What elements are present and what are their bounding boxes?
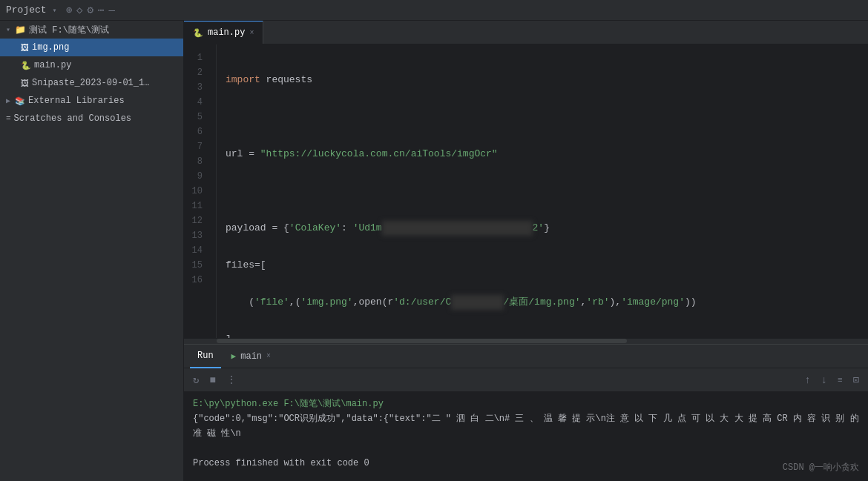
more-options-button[interactable]: ⋮ xyxy=(223,372,240,388)
sidebar-item-label: main.py xyxy=(34,60,71,70)
line-num-13: 13 xyxy=(184,228,208,243)
output-line-exec: E:\py\python.exe F:\随笔\测试\main.py xyxy=(193,397,859,411)
wrap-button[interactable]: ≡ xyxy=(835,374,846,386)
line-num-14: 14 xyxy=(184,243,208,258)
line-num-5: 5 xyxy=(184,110,208,125)
line-num-3: 3 xyxy=(184,80,208,95)
main-layout: ▾ 📁 测试 F:\随笔\测试 🖼 img.png 🐍 main.py 🖼 Sn… xyxy=(0,21,868,481)
panel-output: E:\py\python.exe F:\随笔\测试\main.py {"code… xyxy=(184,392,868,475)
panel-tab-close-button[interactable]: × xyxy=(266,352,271,360)
code-line-5: payload = {'ColaKey': 'Ud1m_____________… xyxy=(226,221,859,236)
sidebar-item-snipaste[interactable]: 🖼 Snipaste_2023-09-01_1… xyxy=(0,74,183,92)
stop-button[interactable]: ■ xyxy=(206,373,218,388)
output-line-process: Process finished with exit code 0 xyxy=(193,456,859,471)
title-bar: Project ▾ ⊕ ◇ ⚙ ⋯ — xyxy=(0,0,868,21)
line-num-12: 12 xyxy=(184,213,208,228)
project-label[interactable]: Project xyxy=(6,4,47,16)
line-num-6: 6 xyxy=(184,125,208,139)
sidebar-item-main-py[interactable]: 🐍 main.py xyxy=(0,56,183,74)
scroll-down-button[interactable]: ↓ xyxy=(818,373,830,388)
sidebar-item-root-folder[interactable]: ▾ 📁 测试 F:\随笔\测试 xyxy=(0,21,183,39)
sidebar-item-label: External Libraries xyxy=(28,96,125,106)
tab-label: main.py xyxy=(208,27,245,38)
line-num-8: 8 xyxy=(184,154,208,169)
line-num-7: 7 xyxy=(184,139,208,154)
line-num-10: 10 xyxy=(184,184,208,199)
code-line-7: ('file',('img.png',open(r'd:/user/C_____… xyxy=(226,295,859,310)
code-line-1: import requests xyxy=(226,73,859,87)
output-line-empty xyxy=(193,441,859,456)
run-icon: ▶ xyxy=(231,351,237,361)
panel-output-wrap: E:\py\python.exe F:\随笔\测试\main.py {"code… xyxy=(184,392,868,481)
line-num-11: 11 xyxy=(184,199,208,213)
main-tab-label: main xyxy=(240,351,262,362)
run-tab-label: Run xyxy=(197,351,214,361)
tab-bar: 🐍 main.py × xyxy=(184,21,868,44)
line-num-1: 1 xyxy=(184,50,208,65)
sidebar-item-label: Snipaste_2023-09-01_1… xyxy=(32,78,149,88)
panel-toolbar: ↻ ■ ⋮ ↑ ↓ ≡ ⊡ xyxy=(184,368,868,392)
python-tab-icon: 🐍 xyxy=(193,28,203,38)
python-file-icon: 🐍 xyxy=(21,61,31,70)
sidebar: ▾ 📁 测试 F:\随笔\测试 🖼 img.png 🐍 main.py 🖼 Sn… xyxy=(0,21,184,481)
project-chevron[interactable]: ▾ xyxy=(53,6,57,15)
horizontal-scrollbar[interactable] xyxy=(184,338,868,344)
panel-tabs: Run ▶ main × xyxy=(184,345,868,368)
folder-icon: 📁 xyxy=(15,24,26,36)
code-line-2 xyxy=(226,110,859,125)
new-file-icon[interactable]: ⊕ xyxy=(66,4,72,16)
minimize-icon[interactable]: — xyxy=(108,4,114,16)
tab-close-button[interactable]: × xyxy=(249,29,254,37)
sidebar-item-external-libraries[interactable]: ▶ 📚 External Libraries xyxy=(0,92,183,110)
sidebar-item-label: Scratches and Consoles xyxy=(14,113,131,124)
gear-icon[interactable]: ⚙ xyxy=(88,4,93,16)
watermark: CSDN @一响小贪欢 xyxy=(783,461,859,474)
tab-main-py[interactable]: 🐍 main.py × xyxy=(184,21,263,44)
scroll-up-button[interactable]: ↑ xyxy=(801,373,813,388)
clear-button[interactable]: ⊡ xyxy=(850,372,862,388)
line-num-2: 2 xyxy=(184,65,208,80)
more-icon[interactable]: ⋯ xyxy=(98,4,104,16)
chevron-down-icon: ▾ xyxy=(6,25,10,34)
image-file-icon2: 🖼 xyxy=(21,79,29,88)
line-num-15: 15 xyxy=(184,258,208,273)
tab-run[interactable]: Run xyxy=(190,345,221,368)
image-file-icon: 🖼 xyxy=(21,43,29,53)
code-editor[interactable]: 1 2 3 4 5 6 7 8 9 10 11 12 13 14 15 16 xyxy=(184,44,868,338)
code-line-3: url = "https://luckycola.com.cn/aiTools/… xyxy=(226,147,859,162)
line-num-9: 9 xyxy=(184,169,208,184)
code-line-4 xyxy=(226,184,859,199)
code-content[interactable]: import requests url = "https://luckycola… xyxy=(217,44,868,338)
library-icon: 📚 xyxy=(15,96,25,106)
sidebar-item-label: img.png xyxy=(32,42,69,53)
output-line-json: {"code":0,"msg":"OCR识别成功","data":{"text"… xyxy=(193,411,859,441)
sidebar-item-scratches[interactable]: = Scratches and Consoles xyxy=(0,110,183,127)
line-num-4: 4 xyxy=(184,95,208,110)
line-num-16: 16 xyxy=(184,273,208,288)
restart-button[interactable]: ↻ xyxy=(190,372,202,388)
bottom-panel: Run ▶ main × ↻ ■ ⋮ ↑ ↓ ≡ ⊡ xyxy=(184,344,868,481)
editor-area: 🐍 main.py × 1 2 3 4 5 6 7 8 9 10 xyxy=(184,21,868,344)
chevron-right-icon: ▶ xyxy=(6,96,10,105)
bookmark-icon[interactable]: ◇ xyxy=(76,4,82,16)
line-numbers: 1 2 3 4 5 6 7 8 9 10 11 12 13 14 15 16 xyxy=(184,44,217,338)
code-line-6: files=[ xyxy=(226,258,859,273)
sidebar-item-img[interactable]: 🖼 img.png xyxy=(0,39,183,56)
tab-main-run[interactable]: ▶ main × xyxy=(224,345,278,368)
scratches-icon: = xyxy=(6,114,11,123)
sidebar-item-label: 测试 F:\随笔\测试 xyxy=(29,24,109,36)
code-line-8: ] xyxy=(226,332,859,338)
